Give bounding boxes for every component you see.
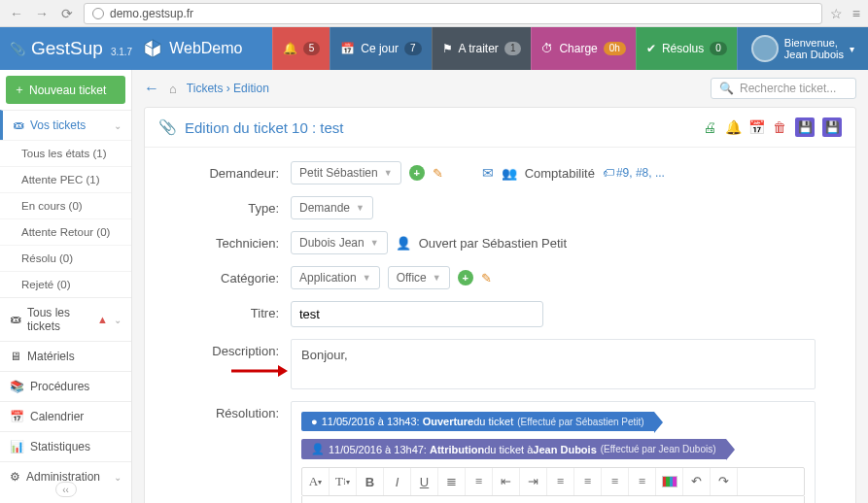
sidebar-sub-resolu[interactable]: Résolu (0) bbox=[0, 245, 131, 271]
paperclip-icon: 📎 bbox=[10, 42, 25, 56]
label-demandeur: Demandeur: bbox=[174, 161, 291, 181]
sidebar-calendrier[interactable]: 📅Calendrier bbox=[0, 401, 131, 431]
related-tickets[interactable]: 🏷 #9, #8, ... bbox=[603, 166, 665, 180]
paperclip-icon: 📎 bbox=[158, 118, 177, 136]
nav-atraiter[interactable]: ⚑ A traiter 1 bbox=[432, 27, 532, 70]
outdent-button[interactable]: ⇤ bbox=[493, 468, 520, 495]
align-justify-button[interactable]: ≡ bbox=[629, 468, 656, 495]
indent-button[interactable]: ⇥ bbox=[520, 468, 547, 495]
user-icon: 👤 bbox=[396, 236, 411, 251]
svg-marker-1 bbox=[278, 365, 288, 377]
notif-badge: 5 bbox=[303, 42, 321, 55]
bell-icon: 🔔 bbox=[283, 42, 297, 55]
undo-button[interactable]: ↶ bbox=[683, 468, 711, 495]
home-icon[interactable]: ⌂ bbox=[169, 82, 177, 96]
main: ← ⌂ Tickets › Edition 🔍 Recherche ticket… bbox=[132, 70, 868, 503]
chevron-down-icon: ▼ bbox=[433, 273, 441, 283]
label-description: Description: bbox=[174, 339, 291, 358]
address-bar[interactable]: demo.gestsup.fr bbox=[84, 3, 822, 24]
underline-button[interactable]: U bbox=[411, 468, 438, 495]
sidebar-sub-tous-etats[interactable]: Tous les états (1) bbox=[0, 140, 131, 166]
opened-by-label: Ouvert par Sébastien Petit bbox=[419, 236, 567, 251]
nav-charge[interactable]: ⏱ Charge 0h bbox=[531, 27, 635, 70]
globe-icon bbox=[92, 8, 104, 19]
editor-area[interactable] bbox=[301, 496, 805, 503]
edit-category-icon[interactable]: ✎ bbox=[481, 271, 492, 285]
chart-icon: 📊 bbox=[10, 440, 24, 453]
italic-button[interactable]: I bbox=[384, 468, 411, 495]
nav-cejour[interactable]: 📅 Ce jour 7 bbox=[330, 27, 431, 70]
chevron-down-icon: ▾ bbox=[850, 44, 854, 54]
envelope-icon[interactable]: ✉ bbox=[482, 165, 494, 181]
new-ticket-button[interactable]: ＋ Nouveau ticket bbox=[6, 76, 125, 104]
title-input[interactable] bbox=[291, 301, 543, 327]
sidebar-sub-rejete[interactable]: Rejeté (0) bbox=[0, 271, 131, 297]
back-button[interactable]: ← bbox=[144, 80, 159, 97]
sidebar-sub-attente-retour[interactable]: Attente Retour (0) bbox=[0, 218, 131, 245]
cube-icon bbox=[142, 38, 163, 59]
category-select[interactable]: Application▼ bbox=[291, 266, 380, 289]
reload-icon[interactable]: ⟳ bbox=[58, 5, 76, 22]
calendar-icon[interactable]: 📅 bbox=[748, 119, 764, 135]
redo-button[interactable]: ↷ bbox=[711, 468, 738, 495]
chevron-down-icon: ▼ bbox=[370, 238, 379, 248]
menu-icon[interactable]: ≡ bbox=[852, 6, 860, 21]
breadcrumb[interactable]: Tickets › Edition bbox=[187, 82, 269, 95]
demandeur-select[interactable]: Petit Sébastien▼ bbox=[291, 161, 401, 184]
sidebar-statistiques[interactable]: 📊Statistiques bbox=[0, 431, 131, 461]
bell-icon[interactable]: 🔔 bbox=[725, 119, 741, 135]
text-color-button[interactable] bbox=[656, 468, 683, 495]
sidebar-procedures[interactable]: 📚Procédures bbox=[0, 371, 131, 401]
avatar bbox=[751, 35, 779, 62]
add-category-button[interactable]: + bbox=[458, 270, 473, 285]
save-alt-icon[interactable]: 💾 bbox=[822, 117, 842, 137]
nav-user[interactable]: Bienvenue, Jean Dubois ▾ bbox=[737, 27, 868, 70]
nav-notifications[interactable]: 🔔 5 bbox=[272, 27, 330, 70]
description-box[interactable]: Bonjour, bbox=[291, 339, 816, 389]
label-type: Type: bbox=[174, 196, 291, 216]
search-icon: 🔍 bbox=[719, 82, 734, 95]
subcategory-select[interactable]: Office▼ bbox=[388, 266, 450, 289]
editor-toolbar: A ▾ T⁞ ▾ B I U ≣ ≡ ⇤ ⇥ ≡ ≡ bbox=[301, 467, 805, 496]
event-open: ● 11/05/2016 à 13h43: Ouverture du ticke… bbox=[301, 412, 654, 431]
nav-resolus[interactable]: ✔ Résolus 0 bbox=[636, 27, 737, 70]
chevron-down-icon: ▼ bbox=[384, 168, 393, 178]
event-assign: 👤 11/05/2016 à 13h47: Attribution du tic… bbox=[301, 439, 726, 459]
trash-icon[interactable]: 🗑 bbox=[772, 119, 787, 135]
brand[interactable]: 📎 GestSup 3.1.7 bbox=[10, 38, 132, 59]
forward-icon[interactable]: → bbox=[33, 5, 51, 22]
sidebar-sub-attente-pec[interactable]: Attente PEC (1) bbox=[0, 166, 131, 192]
print-icon[interactable]: 🖨 bbox=[702, 119, 717, 135]
monitor-icon: 🖥 bbox=[10, 350, 21, 363]
gear-icon: ⚙ bbox=[10, 470, 20, 484]
technicien-select[interactable]: Dubois Jean▼ bbox=[291, 231, 388, 254]
list-ol-button[interactable]: ≡ bbox=[466, 468, 493, 495]
sidebar-collapse-button[interactable]: ‹‹ bbox=[55, 482, 77, 497]
sidebar-all-tickets[interactable]: 🎟 Tous les tickets ▲ ⌄ bbox=[0, 297, 131, 341]
book-icon: 📚 bbox=[10, 380, 24, 393]
align-center-button[interactable]: ≡ bbox=[574, 468, 602, 495]
font-size-button[interactable]: T⁞ ▾ bbox=[330, 468, 357, 495]
sidebar-vos-tickets[interactable]: 🎟 Vos tickets ⌄ bbox=[0, 110, 131, 140]
label-technicien: Technicien: bbox=[174, 231, 291, 251]
browser-chrome: ← → ⟳ demo.gestsup.fr ☆ ≡ bbox=[0, 0, 868, 27]
add-demandeur-button[interactable]: + bbox=[409, 165, 425, 181]
back-icon[interactable]: ← bbox=[8, 5, 25, 22]
arrow-annotation bbox=[229, 361, 288, 381]
align-right-button[interactable]: ≡ bbox=[602, 468, 629, 495]
calendar-icon: 📅 bbox=[340, 42, 355, 55]
edit-demandeur-icon[interactable]: ✎ bbox=[433, 166, 443, 181]
sidebar-materiels[interactable]: 🖥Matériels bbox=[0, 341, 131, 371]
font-family-button[interactable]: A ▾ bbox=[302, 468, 330, 495]
sidebar-sub-en-cours[interactable]: En cours (0) bbox=[0, 192, 131, 218]
warning-icon: ▲ bbox=[97, 314, 108, 325]
align-left-button[interactable]: ≡ bbox=[547, 468, 574, 495]
card-title: 📎 Edition du ticket 10 : test bbox=[158, 118, 343, 136]
list-ul-button[interactable]: ≣ bbox=[438, 468, 466, 495]
type-select[interactable]: Demande▼ bbox=[291, 196, 373, 219]
brand-version: 3.1.7 bbox=[111, 47, 132, 57]
save-icon[interactable]: 💾 bbox=[795, 117, 815, 137]
bold-button[interactable]: B bbox=[357, 468, 384, 495]
star-icon[interactable]: ☆ bbox=[830, 6, 843, 21]
search-input[interactable]: 🔍 Recherche ticket... bbox=[711, 78, 856, 99]
